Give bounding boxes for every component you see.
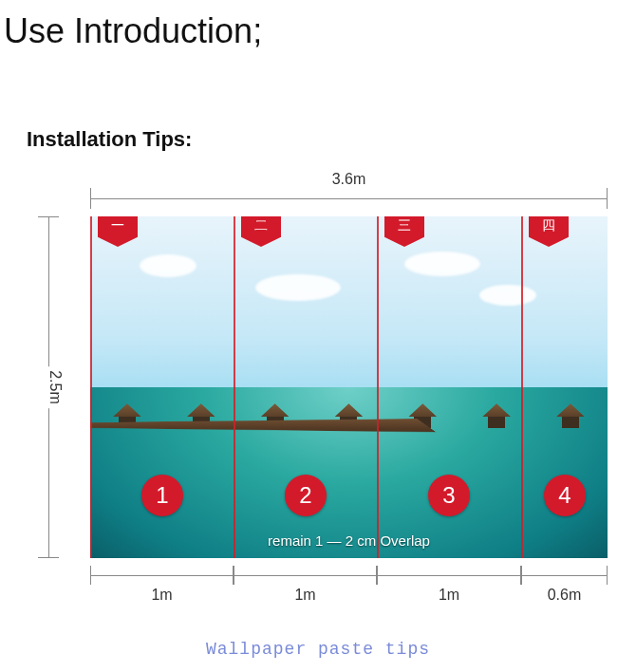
panel-width-1-label: 1m: [151, 587, 172, 604]
panel-width-2-label: 1m: [294, 587, 315, 604]
caption: Wallpaper paste tips: [0, 640, 636, 659]
installation-tips-heading: Installation Tips:: [0, 51, 636, 152]
installation-diagram: 3.6m 2.5m 一 二 三 四: [38, 188, 617, 615]
panel-divider-3: [377, 216, 379, 558]
panel-width-4-label: 0.6m: [548, 587, 582, 604]
panel-number-circle-3: 3: [428, 475, 470, 516]
panel-number-circle-2: 2: [285, 475, 327, 516]
panel-divider-4: [521, 216, 523, 558]
panel-width-3-label: 1m: [439, 587, 459, 604]
panel-width-2: 1m: [234, 566, 377, 585]
panel-divider-1: [90, 216, 92, 558]
panel-number-circle-1: 1: [141, 475, 183, 516]
panel-divider-2: [234, 216, 235, 558]
panel-width-1: 1m: [90, 566, 234, 585]
overlap-note: remain 1 — 2 cm Overlap: [90, 532, 608, 549]
clouds: [116, 244, 582, 346]
total-height-label: 2.5m: [47, 366, 64, 408]
wallpaper-preview: 一 二 三 四 1 2 3 4 remain 1 — 2 cm Overlap: [90, 216, 608, 558]
panel-width-dimensions: 1m 1m 1m 0.6m: [90, 566, 608, 604]
panel-number-circle-4: 4: [544, 475, 586, 516]
total-width-dimension: 3.6m: [90, 188, 608, 209]
total-width-label: 3.6m: [327, 171, 372, 188]
total-height-dimension: 2.5m: [38, 216, 59, 558]
panel-width-3: 1m: [377, 566, 521, 585]
panel-width-4: 0.6m: [521, 566, 608, 585]
page-title: Use Introduction;: [0, 0, 636, 51]
